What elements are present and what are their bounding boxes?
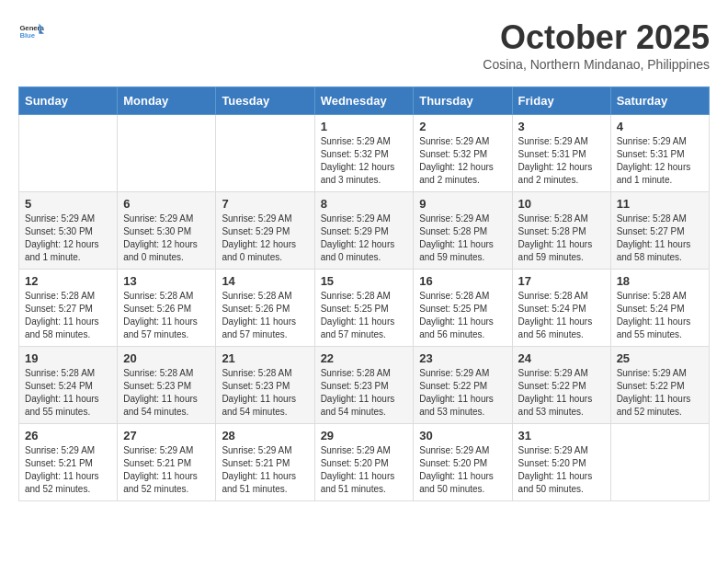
calendar-cell: 8Sunrise: 5:29 AMSunset: 5:29 PMDaylight… [314,192,414,270]
day-number: 29 [321,429,408,442]
calendar-cell: 24Sunrise: 5:29 AMSunset: 5:22 PMDayligh… [512,347,610,424]
weekday-header-tuesday: Tuesday [216,87,314,115]
day-info: Sunrise: 5:29 AMSunset: 5:21 PMDaylight:… [123,444,210,496]
day-number: 24 [518,351,605,365]
calendar-cell: 7Sunrise: 5:29 AMSunset: 5:29 PMDaylight… [216,192,314,270]
day-number: 15 [321,274,408,288]
day-number: 10 [518,197,605,211]
day-info: Sunrise: 5:29 AMSunset: 5:20 PMDaylight:… [419,444,506,496]
week-row-3: 12Sunrise: 5:28 AMSunset: 5:27 PMDayligh… [19,270,710,347]
day-number: 18 [617,274,703,288]
week-row-1: 1Sunrise: 5:29 AMSunset: 5:32 PMDaylight… [19,115,710,192]
month-title: October 2025 [483,18,710,57]
day-info: Sunrise: 5:28 AMSunset: 5:25 PMDaylight:… [419,290,506,341]
day-number: 8 [321,197,408,211]
calendar-cell: 31Sunrise: 5:29 AMSunset: 5:20 PMDayligh… [512,424,610,501]
day-info: Sunrise: 5:29 AMSunset: 5:22 PMDaylight:… [617,367,703,419]
calendar-cell: 21Sunrise: 5:28 AMSunset: 5:23 PMDayligh… [216,347,314,424]
day-info: Sunrise: 5:29 AMSunset: 5:22 PMDaylight:… [518,367,605,419]
day-info: Sunrise: 5:29 AMSunset: 5:21 PMDaylight:… [222,444,308,496]
calendar-cell: 10Sunrise: 5:28 AMSunset: 5:28 PMDayligh… [512,192,610,270]
day-info: Sunrise: 5:28 AMSunset: 5:23 PMDaylight:… [321,367,408,419]
day-info: Sunrise: 5:28 AMSunset: 5:24 PMDaylight:… [518,290,605,341]
calendar-cell: 15Sunrise: 5:28 AMSunset: 5:25 PMDayligh… [314,270,414,347]
day-number: 17 [518,274,605,288]
day-number: 19 [25,351,111,365]
calendar-cell: 27Sunrise: 5:29 AMSunset: 5:21 PMDayligh… [118,424,216,501]
calendar-cell: 3Sunrise: 5:29 AMSunset: 5:31 PMDaylight… [512,115,610,192]
calendar-cell: 26Sunrise: 5:29 AMSunset: 5:21 PMDayligh… [19,424,118,501]
day-number: 1 [321,120,408,133]
location-title: Cosina, Northern Mindanao, Philippines [483,57,710,72]
calendar-cell [216,115,314,192]
weekday-header-saturday: Saturday [610,87,709,115]
calendar-cell: 13Sunrise: 5:28 AMSunset: 5:26 PMDayligh… [118,270,216,347]
day-info: Sunrise: 5:28 AMSunset: 5:24 PMDaylight:… [25,367,111,419]
svg-text:Blue: Blue [19,31,35,40]
day-info: Sunrise: 5:28 AMSunset: 5:25 PMDaylight:… [321,290,408,341]
day-info: Sunrise: 5:29 AMSunset: 5:30 PMDaylight:… [123,213,210,264]
day-info: Sunrise: 5:28 AMSunset: 5:24 PMDaylight:… [617,290,703,341]
day-number: 12 [25,274,111,288]
calendar-cell [19,115,118,192]
title-block: October 2025 Cosina, Northern Mindanao, … [483,18,710,72]
week-row-5: 26Sunrise: 5:29 AMSunset: 5:21 PMDayligh… [19,424,710,501]
calendar-cell: 22Sunrise: 5:28 AMSunset: 5:23 PMDayligh… [314,347,414,424]
day-number: 14 [222,274,308,288]
calendar-cell: 12Sunrise: 5:28 AMSunset: 5:27 PMDayligh… [19,270,118,347]
week-row-4: 19Sunrise: 5:28 AMSunset: 5:24 PMDayligh… [19,347,710,424]
day-info: Sunrise: 5:29 AMSunset: 5:30 PMDaylight:… [25,213,111,264]
calendar-cell: 1Sunrise: 5:29 AMSunset: 5:32 PMDaylight… [314,115,414,192]
logo: General Blue [18,18,44,44]
day-number: 26 [25,429,111,442]
weekday-header-wednesday: Wednesday [314,87,414,115]
week-row-2: 5Sunrise: 5:29 AMSunset: 5:30 PMDaylight… [19,192,710,270]
day-info: Sunrise: 5:28 AMSunset: 5:27 PMDaylight:… [25,290,111,341]
day-info: Sunrise: 5:29 AMSunset: 5:31 PMDaylight:… [617,135,703,187]
calendar-cell: 4Sunrise: 5:29 AMSunset: 5:31 PMDaylight… [610,115,709,192]
logo-icon: General Blue [18,18,44,44]
day-info: Sunrise: 5:29 AMSunset: 5:20 PMDaylight:… [518,444,605,496]
day-number: 16 [419,274,506,288]
calendar-cell: 2Sunrise: 5:29 AMSunset: 5:32 PMDaylight… [414,115,512,192]
day-number: 28 [222,429,308,442]
weekday-header-friday: Friday [512,87,610,115]
calendar-cell [610,424,709,501]
day-number: 7 [222,197,308,211]
day-info: Sunrise: 5:29 AMSunset: 5:28 PMDaylight:… [419,213,506,264]
calendar-table: SundayMondayTuesdayWednesdayThursdayFrid… [18,86,710,501]
calendar-cell: 20Sunrise: 5:28 AMSunset: 5:23 PMDayligh… [118,347,216,424]
page-header: General Blue October 2025 Cosina, Northe… [18,18,710,72]
calendar-cell: 28Sunrise: 5:29 AMSunset: 5:21 PMDayligh… [216,424,314,501]
calendar-cell [118,115,216,192]
calendar-cell: 30Sunrise: 5:29 AMSunset: 5:20 PMDayligh… [414,424,512,501]
calendar-cell: 18Sunrise: 5:28 AMSunset: 5:24 PMDayligh… [610,270,709,347]
day-info: Sunrise: 5:29 AMSunset: 5:21 PMDaylight:… [25,444,111,496]
calendar-cell: 29Sunrise: 5:29 AMSunset: 5:20 PMDayligh… [314,424,414,501]
day-number: 4 [617,120,703,133]
day-number: 27 [123,429,210,442]
calendar-cell: 11Sunrise: 5:28 AMSunset: 5:27 PMDayligh… [610,192,709,270]
calendar-cell: 19Sunrise: 5:28 AMSunset: 5:24 PMDayligh… [19,347,118,424]
calendar-cell: 25Sunrise: 5:29 AMSunset: 5:22 PMDayligh… [610,347,709,424]
day-number: 5 [25,197,111,211]
weekday-header-row: SundayMondayTuesdayWednesdayThursdayFrid… [19,87,710,115]
day-number: 13 [123,274,210,288]
day-number: 2 [419,120,506,133]
day-info: Sunrise: 5:29 AMSunset: 5:31 PMDaylight:… [518,135,605,187]
day-number: 31 [518,429,605,442]
day-number: 25 [617,351,703,365]
day-info: Sunrise: 5:29 AMSunset: 5:29 PMDaylight:… [222,213,308,264]
day-info: Sunrise: 5:29 AMSunset: 5:32 PMDaylight:… [419,135,506,187]
day-info: Sunrise: 5:29 AMSunset: 5:20 PMDaylight:… [321,444,408,496]
day-info: Sunrise: 5:29 AMSunset: 5:22 PMDaylight:… [419,367,506,419]
day-info: Sunrise: 5:28 AMSunset: 5:23 PMDaylight:… [123,367,210,419]
day-number: 22 [321,351,408,365]
day-number: 30 [419,429,506,442]
calendar-cell: 14Sunrise: 5:28 AMSunset: 5:26 PMDayligh… [216,270,314,347]
calendar-cell: 17Sunrise: 5:28 AMSunset: 5:24 PMDayligh… [512,270,610,347]
day-number: 21 [222,351,308,365]
calendar-cell: 9Sunrise: 5:29 AMSunset: 5:28 PMDaylight… [414,192,512,270]
day-info: Sunrise: 5:28 AMSunset: 5:26 PMDaylight:… [123,290,210,341]
weekday-header-monday: Monday [118,87,216,115]
